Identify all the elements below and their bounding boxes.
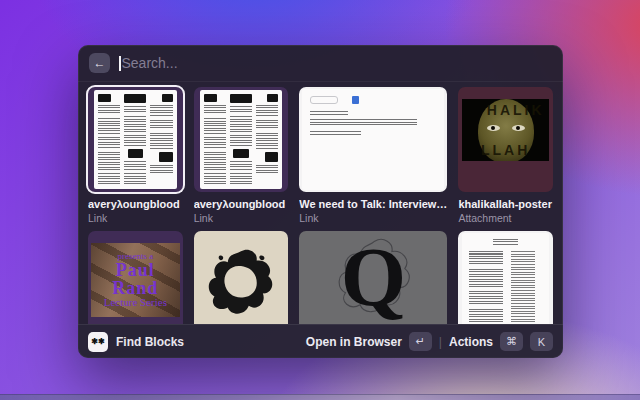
result-thumbnail-webpage[interactable] — [299, 87, 447, 192]
result-item: averyλoungblood Link — [88, 87, 183, 224]
result-thumbnail-q-letter[interactable]: Q — [299, 231, 447, 324]
document-art — [94, 90, 177, 189]
results-grid: averyλoungblood Link averyλoungblood Lin… — [88, 87, 553, 324]
ink-blob-art — [202, 242, 280, 325]
actions-menu-button[interactable]: Actions — [449, 335, 493, 349]
result-item — [458, 231, 553, 324]
result-subtitle: Link — [299, 212, 447, 224]
text-caret — [119, 56, 121, 71]
result-thumbnail-paul-rand[interactable]: presents a Paul Rand Lecture Series — [88, 231, 183, 324]
result-title: khalikallah-poster — [458, 198, 553, 210]
document-art — [200, 90, 283, 189]
webpage-art — [302, 89, 444, 190]
action-shortcuts: Open in Browser ↵ | Actions ⌘ K — [306, 332, 553, 351]
result-item: Q — [299, 231, 447, 324]
result-subtitle: Attachment — [458, 212, 553, 224]
poster-text-line1: HALIK — [462, 102, 549, 118]
desktop-floor-strip — [0, 394, 640, 400]
khalik-allah-poster-art: HALIK LLAH — [462, 99, 549, 161]
command-info: ✱✱ Find Blocks — [88, 332, 184, 352]
result-thumbnail-poster[interactable]: HALIK LLAH — [458, 87, 553, 192]
arena-extension-icon: ✱✱ — [88, 332, 108, 352]
footer-divider: | — [439, 335, 442, 349]
result-item: presents a Paul Rand Lecture Series — [88, 231, 183, 324]
paul-rand-art: presents a Paul Rand Lecture Series — [91, 243, 180, 317]
results-content: averyλoungblood Link averyλoungblood Lin… — [78, 82, 563, 324]
desktop-background: ← averyλoungbloo — [0, 0, 640, 400]
result-item: We need to Talk: Interview… Link — [299, 87, 447, 224]
back-button[interactable]: ← — [89, 53, 110, 73]
result-subtitle: Link — [194, 212, 289, 224]
paul-rand-line3: Rand — [112, 279, 158, 297]
result-title: We need to Talk: Interview… — [299, 198, 447, 210]
paul-rand-line2: Paul — [116, 261, 155, 279]
search-input[interactable] — [122, 55, 553, 71]
result-thumbnail-document-2[interactable] — [194, 87, 289, 192]
q-glyph: Q — [341, 231, 406, 324]
result-title: averyλoungblood — [88, 198, 183, 210]
two-column-document-art — [462, 233, 549, 324]
back-arrow-icon: ← — [94, 56, 106, 70]
paul-rand-line4: Lecture Series — [104, 297, 167, 308]
action-bar: ✱✱ Find Blocks Open in Browser ↵ | Actio… — [78, 324, 563, 358]
command-key-badge: ⌘ — [500, 332, 523, 351]
result-title: averyλoungblood — [194, 198, 289, 210]
result-item — [194, 231, 289, 324]
result-item: averyλoungblood Link — [194, 87, 289, 224]
search-bar: ← — [78, 45, 563, 82]
return-key-badge: ↵ — [409, 332, 432, 351]
result-thumbnail-text-document[interactable] — [458, 231, 553, 324]
k-key-badge: K — [530, 332, 553, 351]
open-in-browser-action[interactable]: Open in Browser — [306, 335, 402, 349]
search-field-wrap — [119, 55, 552, 71]
poster-text-line2: LLAH — [462, 142, 549, 158]
result-thumbnail-blob-ring[interactable] — [194, 231, 289, 324]
raycast-window: ← averyλoungbloo — [78, 45, 563, 358]
result-subtitle: Link — [88, 212, 183, 224]
command-label: Find Blocks — [116, 335, 184, 349]
result-thumbnail-document-1[interactable] — [88, 87, 183, 192]
result-item: HALIK LLAH khalikallah-poster Attachment — [458, 87, 553, 224]
